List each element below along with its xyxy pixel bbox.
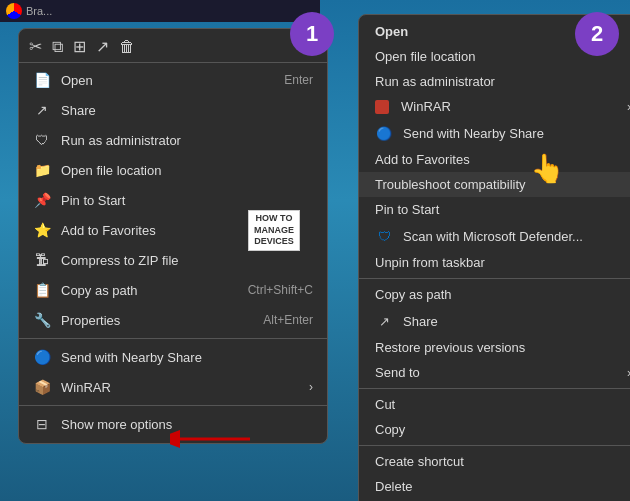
compress-label: Compress to ZIP file: [61, 253, 313, 268]
left-menu-item-share[interactable]: ↗ Share: [19, 95, 327, 125]
copy-icon[interactable]: ⧉: [52, 38, 63, 56]
right-menu-item-send-nearby[interactable]: 🔵 Send with Nearby Share: [359, 119, 630, 147]
pin-icon: 📌: [33, 191, 51, 209]
menu-toolbar: ✂ ⧉ ⊞ ↗ 🗑: [19, 33, 327, 63]
right-menu-item-winrar[interactable]: WinRAR ›: [359, 94, 630, 119]
right-run-admin-label: Run as administrator: [375, 74, 630, 89]
right-copy-label: Copy: [375, 422, 630, 437]
right-menu-item-troubleshoot[interactable]: Troubleshoot compatibility: [359, 172, 630, 197]
browser-icon: [6, 3, 22, 19]
winrar-icon: 📦: [33, 378, 51, 396]
winrar-arrow: ›: [309, 380, 313, 394]
delete-icon[interactable]: 🗑: [119, 38, 135, 56]
right-context-menu: Open Open file location Run as administr…: [358, 14, 630, 501]
red-arrow-annotation: [170, 425, 260, 453]
right-menu-item-restore-versions[interactable]: Restore previous versions: [359, 335, 630, 360]
right-nearby-icon: 🔵: [375, 124, 393, 142]
right-copy-path-label: Copy as path: [375, 287, 630, 302]
pin-label: Pin to Start: [61, 193, 313, 208]
share-icon[interactable]: ↗: [96, 37, 109, 56]
copy-path-shortcut: Ctrl+Shift+C: [248, 283, 313, 297]
badge-1: 1: [290, 12, 334, 56]
right-winrar-label: WinRAR: [401, 99, 617, 114]
right-menu-item-delete[interactable]: Delete: [359, 474, 630, 499]
properties-label: Properties: [61, 313, 253, 328]
paste-icon[interactable]: ⊞: [73, 37, 86, 56]
right-defender-icon: 🛡: [375, 227, 393, 245]
left-menu-item-run-as-admin[interactable]: 🛡 Run as administrator: [19, 125, 327, 155]
right-menu-item-share[interactable]: ↗ Share: [359, 307, 630, 335]
right-menu-item-copy-path[interactable]: Copy as path: [359, 282, 630, 307]
right-defender-label: Scan with Microsoft Defender...: [403, 229, 630, 244]
properties-shortcut: Alt+Enter: [263, 313, 313, 327]
right-share-icon: ↗: [375, 312, 393, 330]
right-separator-3: [359, 445, 630, 446]
properties-icon: 🔧: [33, 311, 51, 329]
favorites-icon: ⭐: [33, 221, 51, 239]
right-menu-item-copy[interactable]: Copy: [359, 417, 630, 442]
cut-icon[interactable]: ✂: [29, 37, 42, 56]
open-icon: 📄: [33, 71, 51, 89]
left-menu-item-send-nearby[interactable]: 🔵 Send with Nearby Share: [19, 342, 327, 372]
browser-bar: Bra...: [0, 0, 320, 22]
right-menu-item-unpin-taskbar[interactable]: Unpin from taskbar: [359, 250, 630, 275]
left-menu-item-copy-path[interactable]: 📋 Copy as path Ctrl+Shift+C: [19, 275, 327, 305]
badge-2: 2: [575, 12, 619, 56]
right-winrar-icon: [375, 100, 389, 114]
right-pin-label: Pin to Start: [375, 202, 630, 217]
right-unpin-label: Unpin from taskbar: [375, 255, 630, 270]
right-menu-item-create-shortcut[interactable]: Create shortcut: [359, 449, 630, 474]
right-share-label: Share: [403, 314, 630, 329]
compress-icon: 🗜: [33, 251, 51, 269]
right-menu-item-cut[interactable]: Cut: [359, 392, 630, 417]
separator-2: [19, 405, 327, 406]
open-shortcut: Enter: [284, 73, 313, 87]
right-menu-item-scan-defender[interactable]: 🛡 Scan with Microsoft Defender...: [359, 222, 630, 250]
right-favorites-label: Add to Favorites: [375, 152, 630, 167]
right-menu-item-send-to[interactable]: Send to ›: [359, 360, 630, 385]
right-menu-item-pin-start[interactable]: Pin to Start: [359, 197, 630, 222]
right-restore-label: Restore previous versions: [375, 340, 630, 355]
right-separator-2: [359, 388, 630, 389]
copy-path-icon: 📋: [33, 281, 51, 299]
separator-1: [19, 338, 327, 339]
left-menu-item-properties[interactable]: 🔧 Properties Alt+Enter: [19, 305, 327, 335]
right-troubleshoot-label: Troubleshoot compatibility: [375, 177, 630, 192]
watermark: HOW TO MANAGE DEVICES: [248, 210, 300, 251]
copy-path-label: Copy as path: [61, 283, 238, 298]
right-menu-item-run-admin[interactable]: Run as administrator: [359, 69, 630, 94]
browser-text: Bra...: [26, 5, 52, 17]
arrow-svg: [170, 425, 260, 453]
file-location-label: Open file location: [61, 163, 313, 178]
winrar-label: WinRAR: [61, 380, 299, 395]
left-menu-item-winrar[interactable]: 📦 WinRAR ›: [19, 372, 327, 402]
right-shortcut-label: Create shortcut: [375, 454, 630, 469]
left-menu-item-open-file-location[interactable]: 📁 Open file location: [19, 155, 327, 185]
nearby-share-icon: 🔵: [33, 348, 51, 366]
file-location-icon: 📁: [33, 161, 51, 179]
left-menu-item-open[interactable]: 📄 Open Enter: [19, 65, 327, 95]
right-separator-1: [359, 278, 630, 279]
finger-cursor: 👆: [530, 152, 565, 185]
run-admin-icon: 🛡: [33, 131, 51, 149]
nearby-share-label: Send with Nearby Share: [61, 350, 313, 365]
right-nearby-label: Send with Nearby Share: [403, 126, 630, 141]
show-more-icon: ⊟: [33, 415, 51, 433]
right-send-to-label: Send to: [375, 365, 617, 380]
open-label: Open: [61, 73, 274, 88]
run-admin-label: Run as administrator: [61, 133, 313, 148]
right-menu-item-favorites[interactable]: Add to Favorites: [359, 147, 630, 172]
right-cut-label: Cut: [375, 397, 630, 412]
right-delete-label: Delete: [375, 479, 630, 494]
share-label: Share: [61, 103, 313, 118]
share-menu-icon: ↗: [33, 101, 51, 119]
